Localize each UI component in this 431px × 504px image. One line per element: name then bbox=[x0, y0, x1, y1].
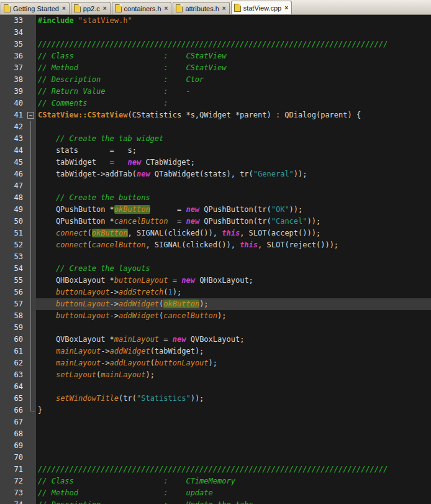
code-text[interactable]: QHBoxLayout *buttonLayout = new QHBoxLay… bbox=[36, 275, 431, 286]
line-number[interactable]: 41 bbox=[0, 109, 26, 121]
line-number[interactable]: 34 bbox=[0, 27, 26, 39]
line-number[interactable]: 74 bbox=[0, 499, 26, 504]
code-text[interactable] bbox=[36, 251, 431, 263]
code-text[interactable] bbox=[36, 416, 431, 428]
code-text[interactable]: // Description : Update the tabs bbox=[36, 499, 431, 504]
line-number[interactable]: 63 bbox=[0, 369, 26, 381]
line-number[interactable]: 46 bbox=[0, 168, 26, 180]
line-number[interactable]: 44 bbox=[0, 145, 26, 157]
line-number[interactable]: 60 bbox=[0, 334, 26, 346]
line-number[interactable]: 72 bbox=[0, 475, 26, 487]
line-number[interactable]: 61 bbox=[0, 346, 26, 357]
line-number[interactable]: 51 bbox=[0, 227, 26, 239]
code-text[interactable]: tabWidget->addTab(new QTabWidget(stats),… bbox=[36, 168, 431, 180]
code-text[interactable]: connect(okButton, SIGNAL(clicked()), thi… bbox=[36, 227, 431, 239]
code-text[interactable] bbox=[36, 452, 431, 464]
code-text[interactable]: buttonLayout->addStretch(1); bbox=[36, 286, 431, 298]
line-number[interactable]: 37 bbox=[0, 62, 26, 74]
code-text[interactable]: // Create the tab widget bbox=[36, 133, 431, 145]
code-text[interactable]: // Class : CStatView bbox=[36, 50, 431, 62]
code-text[interactable]: // Method : update bbox=[36, 487, 431, 499]
fold-scope-line bbox=[26, 192, 36, 204]
code-text[interactable]: // Comments : bbox=[36, 98, 431, 109]
line-number[interactable]: 47 bbox=[0, 180, 26, 192]
code-text[interactable]: // Method : CStatView bbox=[36, 62, 431, 74]
line-number[interactable]: 35 bbox=[0, 39, 26, 50]
tab-attributes-h[interactable]: attributes.h× bbox=[173, 2, 229, 14]
line-number[interactable]: 59 bbox=[0, 322, 26, 334]
code-text[interactable]: mainLayout->addWidget(tabWidget); bbox=[36, 346, 431, 357]
code-text[interactable] bbox=[36, 180, 431, 192]
line-number[interactable]: 56 bbox=[0, 286, 26, 298]
code-text[interactable]: setLayout(mainLayout); bbox=[36, 369, 431, 381]
code-text[interactable]: setWindowTitle(tr("Statistics")); bbox=[36, 393, 431, 405]
code-text[interactable]: // Create the layouts bbox=[36, 263, 431, 275]
code-text[interactable]: // Description : Ctor bbox=[36, 74, 431, 86]
line-number[interactable]: 57 bbox=[0, 298, 26, 310]
line-number[interactable]: 55 bbox=[0, 275, 26, 286]
tab-close-icon[interactable]: × bbox=[103, 6, 107, 12]
line-number[interactable]: 73 bbox=[0, 487, 26, 499]
tab-close-icon[interactable]: × bbox=[222, 6, 226, 12]
line-number[interactable]: 43 bbox=[0, 133, 26, 145]
code-text[interactable]: stats = s; bbox=[36, 145, 431, 157]
fold-collapse-icon[interactable]: − bbox=[27, 112, 34, 119]
code-text[interactable]: } bbox=[36, 405, 431, 416]
line-number[interactable]: 42 bbox=[0, 121, 26, 133]
line-number[interactable]: 39 bbox=[0, 86, 26, 98]
code-text[interactable]: QPushButton *okButton = new QPushButton(… bbox=[36, 204, 431, 216]
code-text[interactable]: ////////////////////////////////////////… bbox=[36, 39, 431, 50]
code-text[interactable]: // Class : CTimeMemory bbox=[36, 475, 431, 487]
code-text[interactable]: CStatView::CStatView(CStatistics *s,QWid… bbox=[36, 109, 431, 121]
code-text[interactable]: // Return Value : - bbox=[36, 86, 431, 98]
line-number[interactable]: 33 bbox=[0, 15, 26, 27]
line-number[interactable]: 58 bbox=[0, 310, 26, 322]
line-number[interactable]: 69 bbox=[0, 440, 26, 452]
line-number[interactable]: 67 bbox=[0, 416, 26, 428]
line-number[interactable]: 36 bbox=[0, 50, 26, 62]
fold-column bbox=[26, 15, 36, 27]
code-text[interactable]: #include "statView.h" bbox=[36, 15, 431, 27]
code-text[interactable]: connect(cancelButton, SIGNAL(clicked()),… bbox=[36, 239, 431, 251]
line-number[interactable]: 66 bbox=[0, 405, 26, 416]
code-text[interactable]: mainLayout->addLayout(buttonLayout); bbox=[36, 357, 431, 369]
line-number[interactable]: 53 bbox=[0, 251, 26, 263]
line-number[interactable]: 62 bbox=[0, 357, 26, 369]
code-text[interactable] bbox=[36, 440, 431, 452]
code-text[interactable]: QPushButton *cancelButton = new QPushBut… bbox=[36, 216, 431, 227]
code-text[interactable] bbox=[36, 27, 431, 39]
code-text[interactable]: QVBoxLayout *mainLayout = new QVBoxLayou… bbox=[36, 334, 431, 346]
tab-close-icon[interactable]: × bbox=[284, 5, 288, 11]
tab-close-icon[interactable]: × bbox=[165, 6, 168, 12]
fold-column bbox=[26, 50, 36, 62]
line-number[interactable]: 38 bbox=[0, 74, 26, 86]
line-number[interactable]: 48 bbox=[0, 192, 26, 204]
line-number[interactable]: 45 bbox=[0, 157, 26, 168]
code-text[interactable] bbox=[36, 428, 431, 440]
line-number[interactable]: 68 bbox=[0, 428, 26, 440]
line-number[interactable]: 64 bbox=[0, 381, 26, 393]
code-text[interactable]: // Create the buttons bbox=[36, 192, 431, 204]
line-number[interactable]: 54 bbox=[0, 263, 26, 275]
tab-pp2-c[interactable]: pp2.c× bbox=[71, 2, 111, 14]
code-text[interactable] bbox=[36, 121, 431, 133]
code-text[interactable]: ////////////////////////////////////////… bbox=[36, 464, 431, 475]
tab-getting-started[interactable]: Getting Started× bbox=[1, 2, 70, 14]
tab-close-icon[interactable]: × bbox=[62, 6, 66, 12]
line-number[interactable]: 65 bbox=[0, 393, 26, 405]
tab-containers-h[interactable]: containers.h× bbox=[112, 2, 172, 14]
tab-statview-cpp[interactable]: statView.cpp× bbox=[231, 1, 292, 14]
code-text[interactable] bbox=[36, 322, 431, 334]
line-number[interactable]: 49 bbox=[0, 204, 26, 216]
code-text[interactable]: buttonLayout->addWidget(cancelButton); bbox=[36, 310, 431, 322]
line-number[interactable]: 71 bbox=[0, 464, 26, 475]
line-number[interactable]: 52 bbox=[0, 239, 26, 251]
code-text[interactable]: buttonLayout->addWidget(okButton); bbox=[36, 298, 431, 310]
line-number[interactable]: 40 bbox=[0, 98, 26, 109]
line-number[interactable]: 50 bbox=[0, 216, 26, 227]
line-number[interactable]: 70 bbox=[0, 452, 26, 464]
code-text[interactable]: tabWidget = new CTabWidget; bbox=[36, 157, 431, 168]
code-line-60: 60 QVBoxLayout *mainLayout = new QVBoxLa… bbox=[0, 334, 431, 346]
fold-column bbox=[26, 27, 36, 39]
code-text[interactable] bbox=[36, 381, 431, 393]
